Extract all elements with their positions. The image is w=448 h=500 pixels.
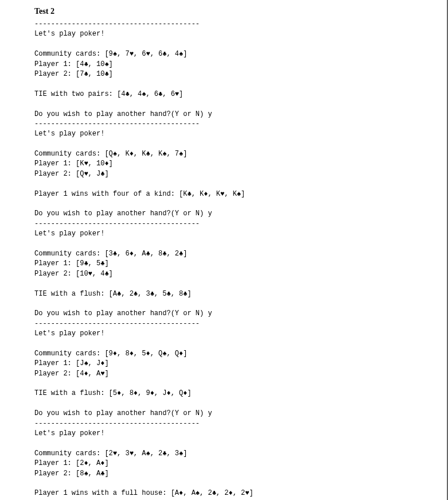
poker-output: ----------------------------------------… (34, 20, 412, 500)
document-page: Test 2 ---------------------------------… (0, 0, 448, 500)
test-heading: Test 2 (34, 7, 412, 16)
